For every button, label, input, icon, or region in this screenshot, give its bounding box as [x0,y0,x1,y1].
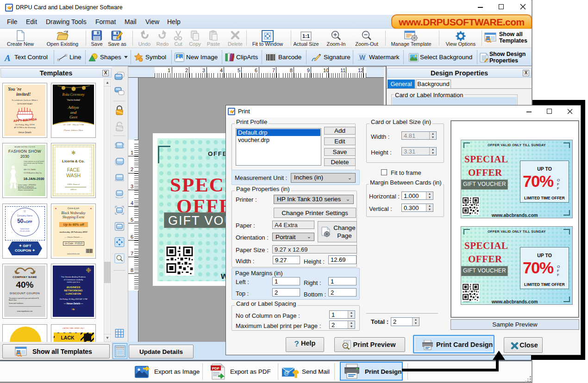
svg-text:W: W [359,54,366,61]
svg-text:1:1: 1:1 [302,33,310,39]
svg-text:PDF: PDF [212,366,219,371]
svg-text:HAPPY BIRTHDAY: HAPPY BIRTHDAY [13,117,37,123]
svg-text:@: @ [284,370,289,376]
